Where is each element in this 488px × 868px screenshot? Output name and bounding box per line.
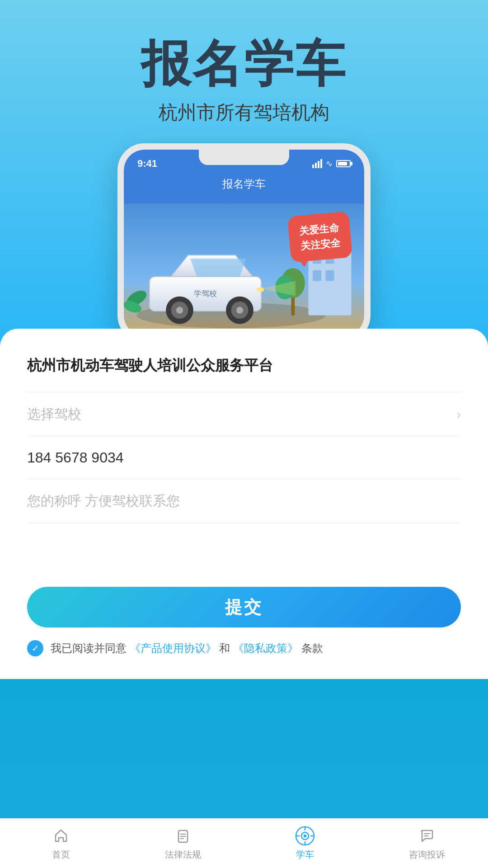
phone-value: 184 5678 9034: [27, 449, 124, 466]
svg-rect-16: [313, 270, 321, 281]
nav-item-car[interactable]: 学车: [244, 826, 366, 861]
law-icon: [173, 826, 193, 846]
name-placeholder: 您的称呼 方便驾校联系您: [27, 492, 180, 510]
phone-header-title: 报名学车: [222, 178, 266, 190]
wave-top: [0, 329, 488, 356]
phone-mockup-section: 9:41 ∿ 报名学车: [0, 143, 488, 342]
battery-icon: [336, 160, 351, 167]
agreement-prefix: 我已阅读并同意: [51, 642, 127, 654]
nav-label-consult: 咨询投诉: [409, 849, 445, 861]
platform-title: 杭州市机动车驾驶人培训公众服务平台: [27, 356, 461, 376]
svg-rect-17: [326, 270, 334, 281]
wifi-icon: ∿: [326, 159, 333, 169]
chat-icon: [417, 826, 437, 846]
status-icons: ∿: [312, 159, 351, 169]
school-placeholder: 选择驾校: [27, 405, 81, 424]
nav-item-law[interactable]: 法律法规: [122, 826, 244, 861]
svg-point-27: [304, 835, 306, 837]
phone-app-header: 报名学车: [124, 172, 364, 200]
svg-rect-10: [257, 288, 264, 292]
arrow-icon: ›: [457, 407, 461, 422]
form-spacer: [27, 524, 461, 569]
submit-button[interactable]: 提交: [27, 587, 461, 627]
home-icon: [51, 826, 71, 846]
phone-field[interactable]: 184 5678 9034: [27, 437, 461, 479]
agreement-link1[interactable]: 《产品使用协议》: [130, 642, 216, 654]
form-card: 杭州市机动车驾驶人培训公众服务平台 选择驾校 › 184 5678 9034 您…: [0, 356, 488, 679]
nav-label-law: 法律法规: [165, 849, 201, 861]
nav-item-home[interactable]: 首页: [0, 826, 122, 861]
bottom-nav: 首页 法律法规: [0, 818, 488, 868]
name-field[interactable]: 您的称呼 方便驾校联系您: [27, 479, 461, 524]
phone-frame: 9:41 ∿ 报名学车: [117, 143, 371, 342]
hero-section: 报名学车 杭州市所有驾培机构: [0, 0, 488, 143]
status-time: 9:41: [137, 158, 157, 170]
phone-notch: [199, 150, 289, 165]
safety-line2: 关注安全: [300, 235, 341, 254]
page-container: 报名学车 杭州市所有驾培机构 9:41 ∿: [0, 0, 488, 868]
svg-text:学驾校: 学驾校: [194, 289, 217, 298]
car-circle-icon: [295, 826, 315, 846]
nav-label-home: 首页: [52, 849, 70, 861]
agreement-link2[interactable]: 《隐私政策》: [233, 642, 298, 654]
agreement-checkbox[interactable]: ✓: [27, 640, 43, 656]
agreement-middle: 和: [219, 642, 230, 654]
svg-point-8: [236, 307, 243, 314]
svg-point-5: [176, 307, 183, 314]
hero-title: 报名学车: [0, 36, 488, 91]
agreement-text-container: 我已阅读并同意 《产品使用协议》 和 《隐私政策》 条款: [51, 641, 323, 656]
form-card-wrapper: 杭州市机动车驾驶人培训公众服务平台 选择驾校 › 184 5678 9034 您…: [0, 329, 488, 679]
hero-subtitle: 杭州市所有驾培机构: [0, 100, 488, 125]
safety-bubble: 关爱生命 关注安全: [287, 211, 352, 262]
agreement-row: ✓ 我已阅读并同意 《产品使用协议》 和 《隐私政策》 条款: [27, 640, 461, 656]
signal-icon: [312, 159, 322, 168]
agreement-suffix: 条款: [301, 642, 323, 654]
nav-item-consult[interactable]: 咨询投诉: [366, 826, 488, 861]
school-field[interactable]: 选择驾校 ›: [27, 392, 461, 437]
phone-screen-illustration: 学驾校: [124, 200, 364, 336]
nav-label-car: 学车: [296, 849, 314, 861]
